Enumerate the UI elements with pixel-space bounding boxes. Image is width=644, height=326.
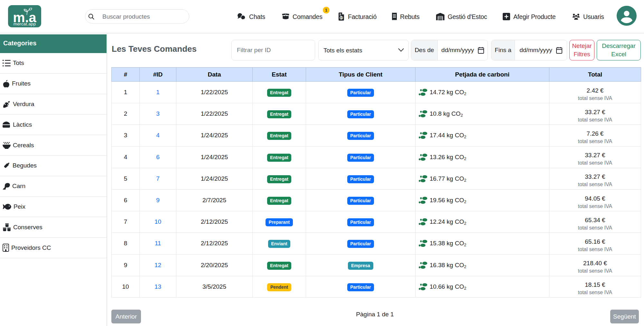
- svg-text:$: $: [341, 16, 342, 20]
